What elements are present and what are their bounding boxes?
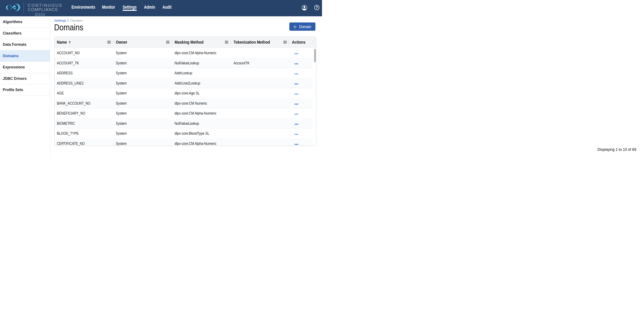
svg-text:?: ? [316,5,318,10]
